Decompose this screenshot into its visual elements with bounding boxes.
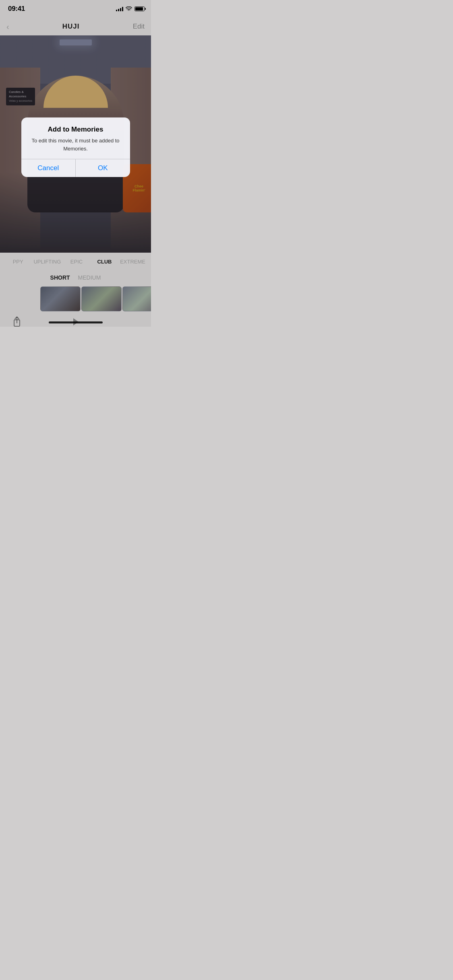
modal-cancel-button[interactable]: Cancel [21,159,76,177]
add-to-memories-modal: Add to Memories To edit this movie, it m… [21,117,130,177]
modal-content: Add to Memories To edit this movie, it m… [21,117,130,159]
modal-title: Add to Memories [28,126,124,134]
modal-ok-button[interactable]: OK [76,159,130,177]
modal-buttons: Cancel OK [21,159,130,177]
modal-overlay: Add to Memories To edit this movie, it m… [0,0,151,327]
modal-message: To edit this movie, it must be added to … [28,137,124,152]
